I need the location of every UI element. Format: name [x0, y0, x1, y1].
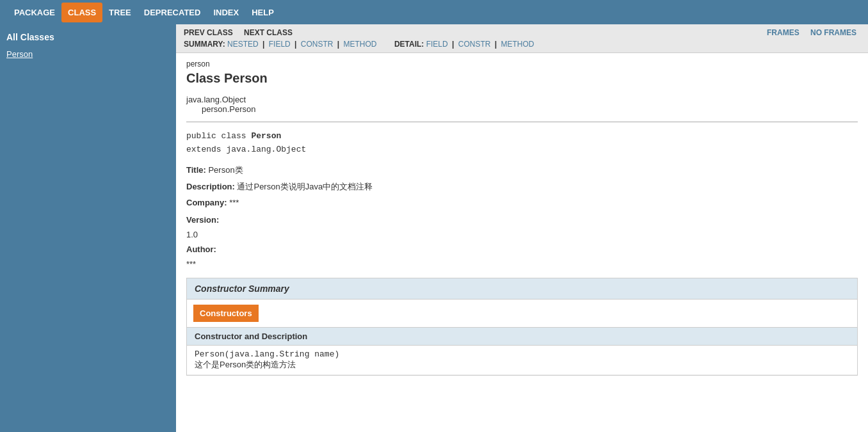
nav-sep2	[803, 28, 810, 37]
content-area: person Class Person java.lang.Object per…	[176, 53, 868, 382]
summary-method[interactable]: METHOD	[344, 40, 377, 49]
main-content: PREV CLASS NEXT CLASS FRAMES NO FRAMES S…	[176, 24, 868, 432]
meta-title: Title: Person类	[186, 164, 858, 176]
next-class-link[interactable]: NEXT CLASS	[244, 28, 296, 37]
meta-version-label: Version:	[186, 215, 858, 225]
main-layout: All Classes Person PREV CLASS NEXT CLASS…	[0, 24, 868, 432]
nav-sep1	[237, 28, 244, 37]
current-class: person.Person	[202, 104, 858, 114]
version-value: 1.0	[186, 230, 858, 239]
constructor-cell: Person(java.lang.String name) 这个是Person类…	[187, 345, 857, 374]
author-label: Author:	[186, 244, 216, 254]
title-value: Person类	[208, 165, 243, 175]
meta-company: Company: ***	[186, 198, 858, 207]
detail-label: DETAIL:	[394, 40, 424, 49]
table-header: Constructor and Description	[187, 327, 857, 345]
nav-tree[interactable]: TREE	[102, 3, 138, 22]
company-label: Company:	[186, 198, 227, 207]
description-value: 通过Person类说明Java中的文档注释	[237, 182, 373, 191]
sidebar-title: All Classes	[6, 29, 170, 47]
constructor-signature[interactable]: Person(java.lang.String name)	[195, 349, 849, 359]
code-line2: extends java.lang.Object	[186, 143, 858, 157]
detail-method[interactable]: METHOD	[501, 40, 534, 49]
code-line1: public class Person	[186, 130, 858, 143]
class-declaration: public class Person extends java.lang.Ob…	[186, 130, 858, 157]
class-title: Class Person	[186, 71, 858, 86]
parent-class: java.lang.Object	[186, 95, 858, 104]
summary-nested[interactable]: NESTED	[227, 40, 259, 49]
nav-class[interactable]: CLASS	[61, 3, 102, 22]
constructors-orange-bar: Constructors	[187, 300, 857, 327]
meta-author-label: Author:	[186, 244, 858, 254]
summary-header: Constructor Summary	[187, 278, 857, 300]
constructors-label: Constructors	[193, 305, 259, 322]
sidebar-item-person[interactable]: Person	[6, 47, 170, 61]
sub-nav: PREV CLASS NEXT CLASS FRAMES NO FRAMES S…	[176, 24, 868, 53]
nav-deprecated[interactable]: DEPRECATED	[138, 3, 207, 22]
package-name: person	[186, 60, 858, 68]
nav-index[interactable]: INDEX	[207, 3, 245, 22]
frames-link[interactable]: FRAMES	[767, 28, 803, 37]
divider1	[186, 122, 858, 122]
constructor-description: 这个是Person类的构造方法	[195, 359, 849, 371]
no-frames-link[interactable]: NO FRAMES	[810, 28, 860, 37]
summary-field[interactable]: FIELD	[269, 40, 291, 49]
summary-label: SUMMARY:	[184, 40, 225, 49]
table-row: Person(java.lang.String name) 这个是Person类…	[187, 345, 857, 374]
detail-constr[interactable]: CONSTR	[458, 40, 491, 49]
summary-constr[interactable]: CONSTR	[301, 40, 334, 49]
company-value: ***	[229, 198, 239, 207]
nav-package[interactable]: PACKAGE	[8, 3, 61, 22]
meta-description: Description: 通过Person类说明Java中的文档注释	[186, 181, 858, 193]
description-label: Description:	[186, 182, 235, 191]
constructor-summary: Constructor Summary Constructors Constru…	[186, 278, 858, 376]
detail-field[interactable]: FIELD	[426, 40, 448, 49]
inheritance-tree: java.lang.Object person.Person	[186, 95, 858, 114]
author-value: ***	[186, 259, 858, 269]
title-label: Title:	[186, 165, 206, 175]
prev-class-link[interactable]: PREV CLASS	[184, 28, 237, 37]
sub-nav-row1: PREV CLASS NEXT CLASS FRAMES NO FRAMES	[184, 28, 860, 37]
constructor-table: Constructor and Description Person(java.…	[187, 327, 857, 375]
top-navbar: PACKAGE CLASS TREE DEPRECATED INDEX HELP	[0, 0, 868, 24]
sub-nav-row2: SUMMARY: NESTED | FIELD | CONSTR | METHO…	[184, 40, 860, 49]
version-label: Version:	[186, 215, 219, 225]
sidebar: All Classes Person	[0, 24, 176, 432]
nav-help[interactable]: HELP	[245, 3, 280, 22]
